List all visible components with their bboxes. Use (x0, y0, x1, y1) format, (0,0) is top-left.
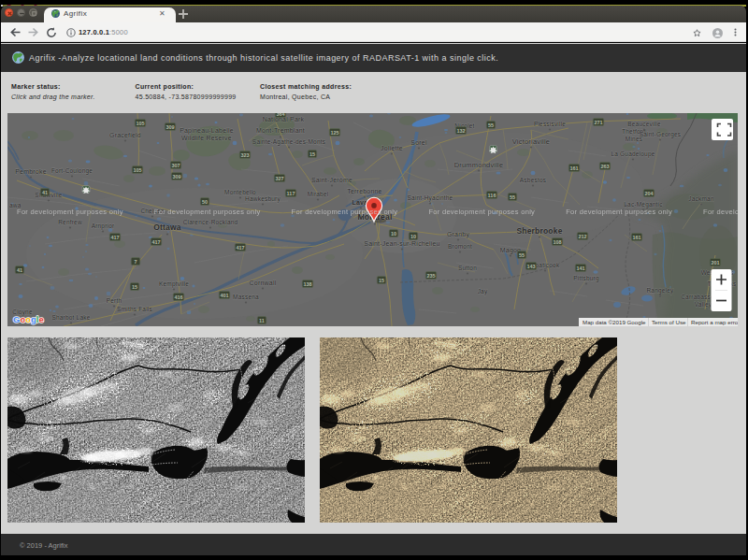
svg-text:For development purposes only: For development purposes only (703, 207, 738, 215)
svg-text:116: 116 (488, 192, 496, 197)
svg-text:Terrebonne: Terrebonne (347, 187, 381, 194)
svg-text:401: 401 (220, 292, 228, 297)
svg-text:309: 309 (172, 173, 180, 179)
svg-text:7: 7 (134, 258, 137, 264)
svg-text:Saint-Hyacinthe: Saint-Hyacinthe (408, 194, 453, 201)
svg-text:Pittsburg: Pittsburg (573, 274, 599, 281)
svg-text:Drummondville: Drummondville (454, 160, 504, 168)
svg-text:Report a map error: Report a map error (691, 318, 738, 324)
svg-text:Jay: Jay (478, 287, 488, 294)
svg-text:327: 327 (275, 175, 283, 180)
svg-text:263: 263 (600, 163, 609, 168)
svg-text:55: 55 (519, 251, 525, 257)
svg-text:Victoriaville: Victoriaville (512, 136, 550, 145)
svg-text:For development purposes only: For development purposes only (428, 207, 535, 215)
svg-text:Sharbot Lake: Sharbot Lake (51, 313, 90, 320)
svg-text:108: 108 (553, 238, 561, 244)
svg-text:Arnprior: Arnprior (92, 222, 115, 229)
svg-text:201: 201 (711, 259, 719, 265)
svg-text:Clarence-Rockland: Clarence-Rockland (183, 218, 238, 224)
svg-text:Granby: Granby (447, 230, 469, 237)
svg-text:138: 138 (303, 280, 311, 286)
svg-text:Gracefield: Gracefield (109, 131, 141, 137)
svg-text:15: 15 (309, 151, 315, 156)
svg-text:15: 15 (379, 277, 384, 282)
svg-text:Joliette: Joliette (381, 144, 403, 151)
svg-text:Perth: Perth (107, 296, 122, 303)
svg-text:417: 417 (151, 238, 160, 244)
svg-text:15: 15 (132, 283, 137, 289)
svg-text:309: 309 (165, 123, 174, 129)
svg-text:Mont-Tremblant: Mont-Tremblant (256, 127, 305, 134)
svg-text:Sainte-Agathe-des-Monts: Sainte-Agathe-des-Monts (252, 137, 326, 145)
svg-text:307: 307 (171, 162, 180, 167)
svg-text:For development purposes only: For development purposes only (566, 207, 672, 215)
svg-text:Sorel: Sorel (410, 138, 427, 145)
svg-text:55: 55 (510, 194, 515, 199)
svg-text:Renfrew: Renfrew (58, 218, 82, 224)
svg-text:For development purposes only: For development purposes only (154, 207, 261, 215)
svg-text:204: 204 (644, 190, 654, 195)
svg-text:Cornwall: Cornwall (250, 279, 277, 285)
svg-text:Jackman: Jackman (688, 194, 714, 201)
svg-text:Bromont: Bromont (448, 242, 472, 249)
svg-text:Fort-Coulonge: Fort-Coulonge (51, 166, 93, 174)
svg-text:Kemptville: Kemptville (159, 280, 189, 287)
svg-text:50: 50 (202, 198, 208, 204)
svg-text:Saint-Jean-sur-Richelieu: Saint-Jean-sur-Richelieu (364, 239, 439, 246)
svg-text:Ottawa: Ottawa (153, 222, 181, 231)
svg-text:11: 11 (259, 317, 265, 323)
svg-text:Google: Google (13, 314, 44, 324)
svg-text:Sherbrooke: Sherbrooke (516, 225, 562, 235)
svg-text:212: 212 (578, 233, 586, 238)
svg-text:143: 143 (526, 263, 535, 268)
svg-text:10: 10 (410, 233, 416, 238)
svg-text:41: 41 (17, 266, 22, 272)
svg-text:416: 416 (174, 294, 182, 299)
svg-text:For development purposes only: For development purposes only (17, 207, 123, 215)
svg-text:Terms of Use: Terms of Use (652, 318, 686, 324)
svg-text:132: 132 (456, 127, 465, 133)
svg-text:141: 141 (576, 265, 584, 270)
svg-text:105: 105 (136, 120, 144, 125)
svg-text:La Guadeloupe: La Guadeloupe (611, 150, 654, 157)
svg-text:235: 235 (426, 272, 435, 278)
svg-text:161: 161 (632, 234, 640, 239)
svg-text:Hawkesbury: Hawkesbury (245, 194, 280, 202)
svg-text:417: 417 (110, 234, 119, 239)
svg-text:Montebello: Montebello (224, 188, 256, 194)
svg-text:Saint-Jérôme: Saint-Jérôme (311, 176, 352, 182)
svg-text:Beauceville: Beauceville (627, 120, 661, 126)
svg-text:125: 125 (330, 129, 338, 135)
svg-text:Massena: Massena (233, 293, 259, 299)
svg-text:Mirabel: Mirabel (308, 190, 329, 196)
svg-text:117: 117 (287, 190, 295, 195)
svg-text:105: 105 (133, 166, 141, 172)
svg-text:Saint-Georges: Saint-Georges (640, 130, 682, 137)
svg-text:Valley: Valley (695, 300, 712, 308)
svg-text:Map data ©2019 Google: Map data ©2019 Google (583, 318, 646, 324)
svg-text:364: 364 (276, 113, 285, 117)
svg-text:41: 41 (42, 189, 48, 194)
svg-text:For development purposes only: For development purposes only (292, 207, 398, 215)
svg-text:Pembroke: Pembroke (15, 167, 47, 174)
svg-text:Papineau-Labelle: Papineau-Labelle (180, 126, 234, 134)
svg-text:161: 161 (569, 165, 578, 170)
svg-text:271: 271 (594, 119, 602, 124)
svg-text:55: 55 (488, 122, 494, 127)
svg-text:Wildlife Reserve: Wildlife Reserve (181, 134, 232, 140)
svg-text:Sutton: Sutton (458, 264, 477, 270)
svg-text:Rangeley: Rangeley (646, 286, 674, 294)
svg-text:Plessisville: Plessisville (534, 120, 566, 126)
svg-text:323: 323 (240, 151, 249, 157)
svg-text:Smiths Falls: Smiths Falls (117, 305, 152, 311)
svg-text:Asbestos: Asbestos (520, 176, 547, 182)
svg-text:10: 10 (391, 230, 396, 236)
svg-text:417: 417 (236, 244, 244, 250)
